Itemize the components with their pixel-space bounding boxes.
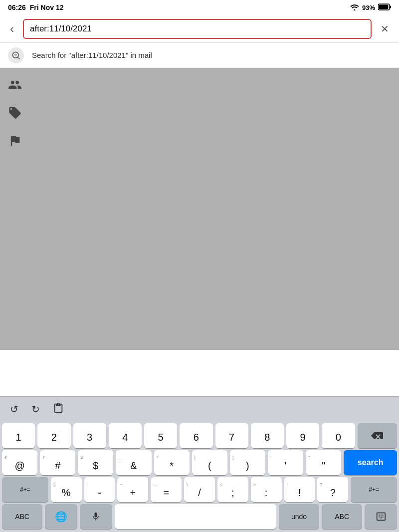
key-colon[interactable]: > : — [251, 477, 282, 502]
key-numpad2[interactable]: #+= — [351, 477, 397, 502]
svg-rect-2 — [379, 4, 389, 9]
status-bar: 06:26 Fri Nov 12 93% — [0, 0, 399, 15]
suggestion-text: Search for "after:11/10/2021" in mail — [32, 51, 152, 59]
back-button[interactable]: ‹ — [6, 20, 18, 38]
search-key[interactable]: search — [344, 450, 397, 475]
wifi-icon — [350, 3, 359, 12]
caps-key[interactable]: ABC — [322, 504, 362, 529]
key-dash[interactable]: | - — [84, 477, 115, 502]
search-suggestion-icon — [8, 47, 24, 63]
key-numpad[interactable]: #+= — [2, 477, 48, 502]
number-row: 1 2 3 4 5 6 7 8 9 0 — [0, 421, 399, 448]
key-2[interactable]: 2 — [37, 423, 70, 448]
search-suggestion[interactable]: Search for "after:11/10/2021" in mail — [0, 43, 399, 68]
svg-line-4 — [18, 57, 20, 59]
key-5[interactable]: 5 — [144, 423, 177, 448]
key-hash[interactable]: £ # — [40, 450, 75, 475]
key-dquote[interactable]: " " — [306, 450, 341, 475]
key-at[interactable]: € @ — [2, 450, 37, 475]
date-label: Fri Nov 12 — [30, 3, 64, 11]
key-9[interactable]: 9 — [286, 423, 319, 448]
flag-filter-item[interactable] — [8, 132, 26, 150]
hide-keyboard-key[interactable] — [365, 504, 397, 529]
key-star[interactable]: ^ * — [154, 450, 190, 475]
key-lparen[interactable]: [ ( — [192, 450, 227, 475]
key-amp[interactable]: _ & — [116, 450, 151, 475]
key-excl[interactable]: ! ! — [284, 477, 315, 502]
key-1[interactable]: 1 — [2, 423, 35, 448]
key-pct[interactable]: § % — [51, 477, 82, 502]
key-dollar[interactable]: ¥ $ — [78, 450, 113, 475]
time-label: 06:26 — [8, 3, 26, 11]
keyboard-toolbar: ↺ ↻ — [0, 396, 399, 421]
backspace-key[interactable] — [358, 423, 398, 448]
key-0[interactable]: 0 — [322, 423, 355, 448]
keyboard: ↺ ↻ 1 2 3 4 5 6 7 8 9 0 € @ £ # — [0, 396, 399, 532]
people-filter-item[interactable] — [8, 76, 26, 94]
battery-label: 93% — [362, 4, 375, 11]
mic-key[interactable] — [80, 504, 112, 529]
search-bar: ‹ ✕ — [0, 15, 399, 43]
space-key[interactable] — [115, 504, 276, 529]
key-qmark[interactable]: ? ? — [317, 477, 348, 502]
redo-toolbar-button[interactable]: ↻ — [29, 401, 42, 417]
svg-rect-1 — [390, 5, 392, 8]
key-8[interactable]: 8 — [251, 423, 284, 448]
key-7[interactable]: 7 — [215, 423, 248, 448]
key-6[interactable]: 6 — [180, 423, 212, 448]
globe-key[interactable]: 🌐 — [45, 504, 77, 529]
abc-key[interactable]: ABC — [2, 504, 42, 529]
key-rparen[interactable]: ] ) — [230, 450, 265, 475]
key-squote[interactable]: ' ' — [268, 450, 303, 475]
key-4[interactable]: 4 — [109, 423, 142, 448]
search-input[interactable] — [23, 19, 372, 39]
undo-key[interactable]: undo — [279, 504, 319, 529]
key-eq[interactable]: … = — [151, 477, 182, 502]
symbol-row-2: #+= § % | - ~ + … = \ / < ; > : ! — [0, 475, 399, 502]
bottom-row: ABC 🌐 undo ABC — [0, 502, 399, 532]
undo-toolbar-button[interactable]: ↺ — [8, 401, 20, 417]
key-3[interactable]: 3 — [73, 423, 106, 448]
battery-icon — [378, 3, 391, 12]
key-plus[interactable]: ~ + — [117, 477, 148, 502]
paste-toolbar-button[interactable] — [51, 400, 66, 418]
symbol-row-1: € @ £ # ¥ $ _ & ^ * [ ( ] ) ' ' — [0, 448, 399, 475]
main-content-area — [0, 68, 399, 350]
clear-button[interactable]: ✕ — [377, 21, 393, 37]
key-semi[interactable]: < ; — [217, 477, 248, 502]
tag-filter-item[interactable] — [8, 104, 26, 122]
key-slash[interactable]: \ / — [184, 477, 215, 502]
